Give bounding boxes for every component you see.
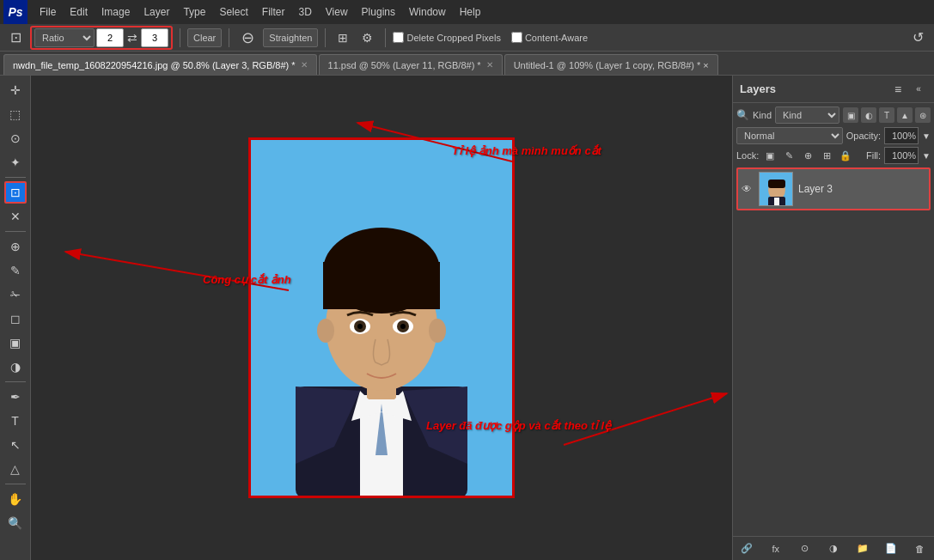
menu-file[interactable]: File xyxy=(33,3,63,21)
eraser-tool[interactable]: ◻ xyxy=(4,307,27,330)
lock-position-button[interactable]: ⊕ xyxy=(800,148,815,163)
swap-ratio-button[interactable]: ⇄ xyxy=(125,31,139,45)
lock-fill-row: Lock: ▣ ✎ ⊕ ⊞ 🔒 Fill: ▼ xyxy=(736,147,931,164)
menu-image[interactable]: Image xyxy=(95,3,137,21)
toolbar-separator-2 xyxy=(229,28,229,47)
menu-edit[interactable]: Edit xyxy=(63,3,95,21)
photo-image xyxy=(248,137,515,498)
settings-button[interactable]: ⚙ xyxy=(357,28,378,47)
layer-item-3[interactable]: 👁 Layer 3 xyxy=(736,167,931,210)
straighten-label-button[interactable]: Straighten xyxy=(263,28,318,47)
svg-point-13 xyxy=(400,324,406,329)
svg-line-22 xyxy=(564,393,727,445)
tool-separator-1 xyxy=(5,177,26,178)
pixel-filter-icon[interactable]: ▣ xyxy=(843,107,858,123)
rect-select-tool[interactable]: ⬚ xyxy=(4,103,27,125)
dodge-tool[interactable]: ◑ xyxy=(4,356,27,378)
menu-plugins[interactable]: Plugins xyxy=(355,3,402,21)
crop-tool[interactable]: ⊡ xyxy=(4,181,27,204)
ratio-height-input[interactable] xyxy=(141,28,168,47)
svg-rect-26 xyxy=(768,180,785,188)
tab-document-3[interactable]: Untitled-1 @ 109% (Layer 1 copy, RGB/8#)… xyxy=(504,54,718,75)
menu-select[interactable]: Select xyxy=(212,3,254,21)
tool-separator-4 xyxy=(5,484,26,484)
opacity-input[interactable] xyxy=(884,127,919,144)
lock-artboard-button[interactable]: ⊞ xyxy=(819,148,834,163)
panel-menu-button[interactable]: ≡ xyxy=(889,81,907,98)
canvas-area[interactable]: Tỉ lệ ảnh mà mình muốn cắt Công cụ cắt ả… xyxy=(31,76,732,560)
delete-layer-button[interactable]: 🗑 xyxy=(912,540,929,557)
ratio-width-input[interactable] xyxy=(96,28,124,47)
healing-tool[interactable]: ⊕ xyxy=(4,235,27,258)
svg-point-12 xyxy=(357,324,363,329)
tab-document-2[interactable]: 11.psd @ 50% (Layer 11, RGB/8#) * ✕ xyxy=(319,54,503,75)
menu-type[interactable]: Type xyxy=(176,3,212,21)
content-aware-checkbox[interactable] xyxy=(511,32,522,43)
menu-view[interactable]: View xyxy=(319,3,355,21)
layer-visibility-toggle[interactable]: 👁 xyxy=(742,183,754,195)
fill-arrow[interactable]: ▼ xyxy=(922,151,931,161)
text-tool[interactable]: T xyxy=(4,410,27,432)
pen-tool[interactable]: ✒ xyxy=(4,386,27,408)
tab-label-1: nwdn_file_temp_1608220954216.jpg @ 50.8%… xyxy=(13,60,296,70)
kind-label: Kind xyxy=(753,110,772,120)
tab-close-2[interactable]: ✕ xyxy=(486,60,493,70)
hand-tool[interactable]: ✋ xyxy=(4,488,27,510)
move-tool[interactable]: ✛ xyxy=(4,79,27,101)
svg-rect-28 xyxy=(774,198,779,206)
menu-window[interactable]: Window xyxy=(402,3,453,21)
lock-all-button[interactable]: 🔒 xyxy=(838,148,853,163)
layer-kind-select[interactable]: Kind xyxy=(775,107,839,124)
panel-header: Layers ≡ « xyxy=(733,76,934,103)
svg-point-14 xyxy=(317,319,334,343)
delete-cropped-checkbox[interactable] xyxy=(393,32,404,43)
brush-tool[interactable]: ✎ xyxy=(4,259,27,282)
layer-thumbnail xyxy=(759,172,793,206)
smart-filter-icon[interactable]: ⊛ xyxy=(915,107,931,123)
lock-transparent-button[interactable]: ▣ xyxy=(762,148,778,163)
straighten-button[interactable]: ⊖ xyxy=(236,28,259,47)
magic-wand-tool[interactable]: ✦ xyxy=(4,151,27,173)
clone-tool[interactable]: ✁ xyxy=(4,283,27,306)
zoom-tool[interactable]: 🔍 xyxy=(4,512,27,534)
new-fill-button[interactable]: ◑ xyxy=(825,540,842,557)
panel-collapse-button[interactable]: « xyxy=(910,81,927,98)
menu-layer[interactable]: Layer xyxy=(137,3,176,21)
toolbar-separator-1 xyxy=(180,28,180,47)
blend-opacity-row: Normal Opacity: ▼ xyxy=(736,127,931,144)
lasso-tool[interactable]: ⊙ xyxy=(4,127,27,149)
grid-button[interactable]: ⊞ xyxy=(333,28,353,47)
clear-button[interactable]: Clear xyxy=(187,28,222,47)
gradient-tool[interactable]: ▣ xyxy=(4,332,27,354)
eyedropper-tool[interactable]: ✕ xyxy=(4,205,27,228)
lock-image-button[interactable]: ✎ xyxy=(781,148,797,163)
reset-button[interactable]: ↺ xyxy=(907,28,929,47)
layer-thumb-image xyxy=(760,173,793,206)
shape-filter-icon[interactable]: ▲ xyxy=(897,107,913,123)
tab-close-1[interactable]: ✕ xyxy=(301,60,308,70)
opacity-arrow[interactable]: ▼ xyxy=(922,131,931,141)
add-mask-button[interactable]: ⊙ xyxy=(796,540,813,557)
menu-filter[interactable]: Filter xyxy=(255,3,292,21)
new-layer-button[interactable]: 📄 xyxy=(882,540,900,557)
blend-mode-select[interactable]: Normal xyxy=(736,127,843,144)
delete-cropped-label: Delete Cropped Pixels xyxy=(393,32,500,43)
opacity-label: Opacity: xyxy=(846,131,881,141)
app-logo: Ps xyxy=(3,0,27,24)
new-group-button[interactable]: 📁 xyxy=(854,540,871,557)
menu-3d[interactable]: 3D xyxy=(291,3,318,21)
text-filter-icon[interactable]: T xyxy=(879,107,894,123)
menu-help[interactable]: Help xyxy=(453,3,488,21)
shape-tool[interactable]: △ xyxy=(4,458,27,480)
fill-input[interactable] xyxy=(884,147,919,164)
ratio-select[interactable]: Ratio xyxy=(34,28,95,47)
svg-point-15 xyxy=(429,319,446,343)
add-style-button[interactable]: fx xyxy=(767,540,784,557)
link-layers-button[interactable]: 🔗 xyxy=(738,540,755,557)
main-content: ✛ ⬚ ⊙ ✦ ⊡ ✕ ⊕ ✎ ✁ ◻ ▣ ◑ ✒ T ↖ △ ✋ 🔍 xyxy=(0,76,934,560)
path-select-tool[interactable]: ↖ xyxy=(4,434,27,456)
toolbar-crop-icon[interactable]: ⊡ xyxy=(5,28,27,47)
document-tabs: nwdn_file_temp_1608220954216.jpg @ 50.8%… xyxy=(0,52,934,76)
tab-document-1[interactable]: nwdn_file_temp_1608220954216.jpg @ 50.8%… xyxy=(3,54,317,75)
adjustment-filter-icon[interactable]: ◐ xyxy=(861,107,876,123)
